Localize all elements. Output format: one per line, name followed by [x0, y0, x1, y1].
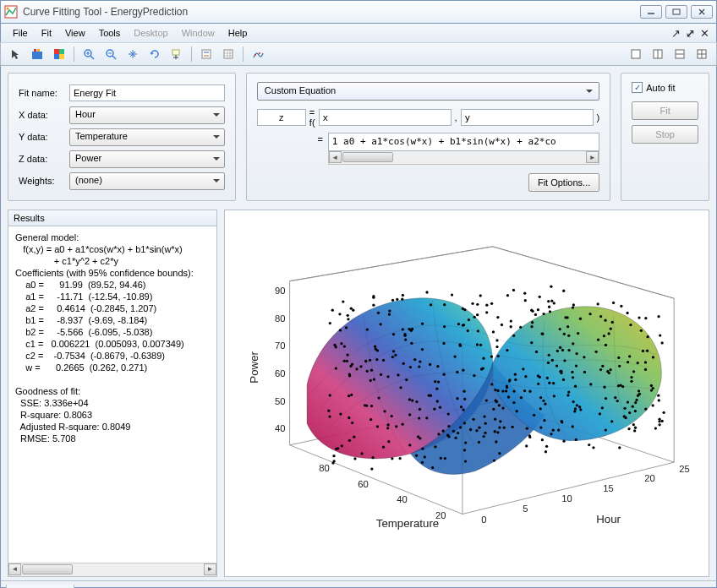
zoom-in-icon[interactable]: [79, 45, 98, 63]
minimize-button[interactable]: [640, 5, 662, 19]
zdata-select[interactable]: Power: [69, 150, 225, 168]
invar1-input[interactable]: [319, 109, 452, 126]
svg-point-77: [350, 394, 353, 396]
svg-rect-12: [59, 54, 64, 59]
svg-point-478: [637, 362, 639, 364]
svg-point-444: [467, 329, 469, 332]
menu-view[interactable]: View: [58, 26, 92, 40]
svg-point-457: [447, 412, 450, 415]
svg-point-207: [451, 293, 453, 296]
svg-point-279: [650, 384, 653, 387]
svg-point-121: [620, 305, 622, 308]
invar2-input[interactable]: [461, 109, 594, 126]
undock-icon[interactable]: ⤢: [684, 27, 697, 40]
svg-point-243: [430, 395, 432, 397]
svg-point-67: [408, 413, 411, 416]
svg-point-370: [523, 292, 526, 295]
svg-point-255: [644, 361, 647, 363]
svg-point-406: [560, 370, 562, 373]
svg-point-258: [338, 313, 341, 315]
pan-icon[interactable]: [123, 45, 142, 63]
fit-type-select[interactable]: Custom Equation: [257, 82, 599, 101]
legend-icon[interactable]: [197, 45, 216, 63]
palette-icon[interactable]: [50, 45, 68, 63]
svg-point-230: [542, 400, 545, 402]
svg-point-443: [545, 450, 547, 453]
residuals-icon[interactable]: [249, 45, 267, 63]
results-scrollbar[interactable]: ◄►: [8, 563, 216, 576]
svg-point-257: [364, 404, 366, 406]
svg-point-98: [421, 461, 424, 464]
close-button[interactable]: [691, 5, 713, 19]
svg-text:5: 5: [523, 504, 528, 514]
svg-point-427: [561, 349, 564, 351]
table-of-fits-tab[interactable]: Table of Fits: [6, 585, 74, 588]
svg-point-371: [462, 324, 465, 326]
cursor-icon[interactable]: [6, 45, 25, 63]
layout-single-icon[interactable]: [627, 45, 645, 63]
svg-point-453: [571, 371, 573, 373]
rotate-icon[interactable]: [145, 45, 164, 63]
grid-icon[interactable]: [219, 45, 238, 63]
layout-vsplit-icon[interactable]: [670, 45, 689, 63]
menu-help[interactable]: Help: [222, 26, 255, 40]
layout-hsplit-icon[interactable]: [649, 45, 667, 63]
menu-window[interactable]: Window: [175, 26, 222, 40]
svg-point-432: [370, 369, 373, 372]
svg-point-200: [495, 440, 497, 443]
outvar-input[interactable]: [257, 109, 306, 126]
zoom-out-icon[interactable]: [101, 45, 120, 63]
svg-point-408: [411, 399, 413, 401]
formula-scrollbar[interactable]: ◄►: [328, 151, 599, 165]
svg-point-362: [503, 427, 506, 429]
svg-point-292: [547, 362, 550, 364]
xdata-select[interactable]: Hour: [69, 106, 225, 124]
dock-arrow-icon[interactable]: ↗: [670, 27, 682, 40]
svg-point-272: [627, 427, 630, 430]
svg-point-232: [528, 390, 531, 393]
eq-fsuffix: ): [597, 112, 600, 122]
svg-point-446: [345, 326, 348, 329]
data-cursor-icon[interactable]: [167, 45, 186, 63]
svg-point-187: [495, 346, 498, 348]
svg-point-377: [332, 460, 335, 462]
svg-point-402: [360, 452, 363, 455]
svg-point-296: [599, 315, 602, 318]
svg-point-109: [610, 328, 612, 330]
svg-point-285: [335, 448, 337, 450]
svg-point-325: [391, 299, 394, 302]
close-panel-icon[interactable]: ✕: [698, 27, 711, 40]
fit-button[interactable]: Fit: [632, 101, 698, 120]
stop-button[interactable]: Stop: [632, 125, 698, 144]
svg-point-473: [494, 418, 496, 421]
svg-rect-8: [37, 49, 40, 52]
menu-desktop[interactable]: Desktop: [127, 26, 174, 40]
svg-point-167: [642, 350, 644, 352]
svg-point-420: [632, 423, 635, 426]
svg-point-31: [255, 54, 256, 56]
ydata-select[interactable]: Temperature: [69, 128, 225, 146]
svg-point-152: [589, 383, 592, 385]
surface-plot[interactable]: 40 50 60 70 80 90 Power 0 5 10 15 20 25: [224, 210, 709, 577]
maximize-button[interactable]: [665, 5, 687, 19]
autofit-checkbox[interactable]: ✓Auto fit: [632, 82, 698, 93]
svg-point-83: [597, 302, 599, 305]
svg-point-217: [601, 365, 604, 368]
svg-point-316: [579, 318, 582, 320]
svg-point-417: [617, 357, 620, 359]
equation-panel: Custom Equation = f( , ) = 1 a0 + a1*cos…: [246, 73, 610, 201]
formula-input[interactable]: 1 a0 + a1*cos(w*x) + b1*sin(w*x) + a2*co: [328, 133, 599, 151]
layout-quad-icon[interactable]: [692, 45, 711, 63]
svg-point-118: [662, 411, 665, 414]
svg-point-400: [501, 406, 504, 409]
menu-tools[interactable]: Tools: [92, 26, 128, 40]
fit-options-button[interactable]: Fit Options...: [528, 173, 599, 192]
menu-file[interactable]: File: [6, 26, 35, 40]
new-fit-icon[interactable]: [28, 45, 47, 63]
weights-select[interactable]: (none): [69, 172, 225, 190]
svg-point-369: [624, 416, 627, 419]
svg-point-239: [473, 316, 476, 318]
fitname-input[interactable]: [69, 84, 225, 101]
menu-fit[interactable]: Fit: [35, 26, 58, 40]
svg-point-234: [562, 440, 565, 443]
